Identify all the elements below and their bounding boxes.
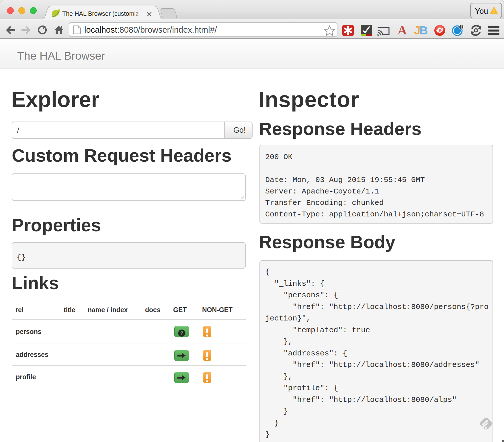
svg-text:?: ? bbox=[180, 330, 183, 336]
